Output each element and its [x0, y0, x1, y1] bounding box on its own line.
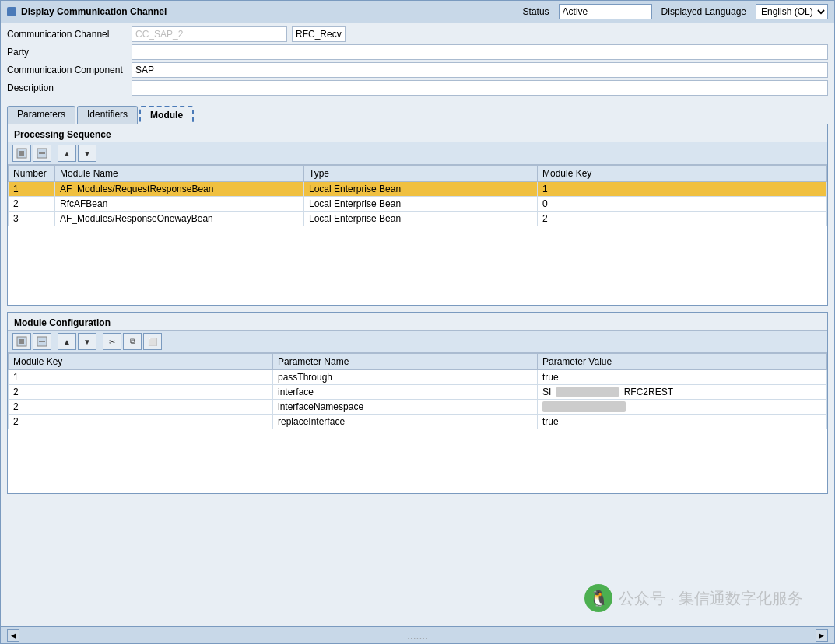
table-row[interactable]: 1 passThrough true	[9, 370, 827, 385]
bottom-dots: .......	[407, 629, 428, 642]
watermark-text: 公众号 · 集信通数字化服务	[619, 588, 803, 609]
lang-label: Displayed Language	[661, 6, 746, 17]
channel-row: Communication Channel CC_SAP_2 RFC_Recv	[7, 26, 828, 42]
ps-up-btn[interactable]: ▲	[58, 145, 76, 162]
component-label: Communication Component	[7, 65, 132, 75]
mc-cell-param-name: interfaceNamespace	[273, 400, 538, 415]
table-row[interactable]: 2 replaceInterface true	[9, 415, 827, 429]
ps-delete-btn[interactable]	[33, 145, 51, 162]
ps-add-btn[interactable]	[12, 145, 31, 162]
ps-cell-name: AF_Modules/ResponseOnewayBean	[55, 212, 304, 226]
status-label: Status	[523, 6, 549, 17]
tab-module[interactable]: Module	[139, 106, 194, 124]
mc-copy-btn[interactable]: ⧉	[123, 333, 142, 350]
title-bar-right: Status Displayed Language English (OL)	[523, 4, 828, 19]
processing-sequence-table: Number Module Name Type Module Key 1 AF_…	[8, 165, 827, 226]
lang-select[interactable]: English (OL)	[756, 4, 828, 19]
mc-cell-key: 2	[9, 415, 273, 429]
ps-col-type: Type	[304, 166, 538, 182]
bottom-bar: ◀ ....... ▶	[1, 626, 834, 643]
ps-cell-key: 0	[538, 197, 827, 212]
table-row[interactable]: 2 interfaceNamespace	[9, 400, 827, 415]
table-row[interactable]: 3 AF_Modules/ResponseOnewayBean Local En…	[9, 212, 827, 226]
module-config-section: Module Configuration ▲ ▼ ✂ ⧉ ⬜ Module Ke…	[7, 312, 828, 494]
module-config-title: Module Configuration	[8, 313, 827, 331]
mc-up-btn[interactable]: ▲	[58, 333, 76, 350]
svg-rect-5	[19, 339, 24, 344]
ps-cell-name: RfcAFBean	[55, 197, 304, 212]
title-bar-left: Display Communication Channel	[7, 6, 167, 17]
nav-left-btn[interactable]: ◀	[7, 629, 19, 642]
mc-col-key: Module Key	[9, 354, 273, 370]
mc-cell-param-name: replaceInterface	[273, 415, 538, 429]
party-label: Party	[7, 47, 132, 58]
mc-cell-param-value: true	[538, 415, 827, 429]
ps-cell-number: 2	[9, 197, 55, 212]
title-bar: Display Communication Channel Status Dis…	[1, 1, 834, 23]
ps-cell-key: 2	[538, 212, 827, 226]
ps-cell-name: AF_Modules/RequestResponseBean	[55, 182, 304, 197]
module-config-table: Module Key Parameter Name Parameter Valu…	[8, 353, 827, 429]
table-row[interactable]: 2 interface SI_ _RFC2REST	[9, 385, 827, 400]
watermark-icon: 🐧	[584, 584, 612, 612]
ps-down-btn[interactable]: ▼	[78, 145, 96, 162]
description-value	[132, 80, 828, 96]
channel-part1: CC_SAP_2	[132, 26, 287, 42]
processing-sequence-table-area: Number Module Name Type Module Key 1 AF_…	[8, 165, 827, 305]
window-icon	[7, 7, 16, 16]
ps-cell-key: 1	[538, 182, 827, 197]
status-input[interactable]	[559, 4, 652, 19]
processing-sequence-section: Processing Sequence ▲ ▼ Number Module Na…	[7, 124, 828, 306]
mc-cell-key: 2	[9, 400, 273, 415]
component-row: Communication Component SAP	[7, 62, 828, 78]
mc-cell-param-name: passThrough	[273, 370, 538, 385]
mc-header-row: Module Key Parameter Name Parameter Valu…	[9, 354, 827, 370]
window-title: Display Communication Channel	[21, 6, 167, 17]
processing-sequence-toolbar: ▲ ▼	[8, 142, 827, 165]
processing-sequence-tbody: 1 AF_Modules/RequestResponseBean Local E…	[9, 182, 827, 226]
ps-header-row: Number Module Name Type Module Key	[9, 166, 827, 182]
module-config-toolbar: ▲ ▼ ✂ ⧉ ⬜	[8, 331, 827, 353]
ps-cell-number: 3	[9, 212, 55, 226]
mc-delete-btn[interactable]	[33, 333, 51, 350]
channel-value-container: CC_SAP_2 RFC_Recv	[132, 26, 828, 42]
party-row: Party	[7, 44, 828, 60]
nav-right-btn[interactable]: ▶	[816, 629, 828, 642]
channel-part2: RFC_Recv	[292, 26, 346, 42]
tab-identifiers[interactable]: Identifiers	[77, 106, 138, 124]
mc-cell-param-name: interface	[273, 385, 538, 400]
mc-cut-btn[interactable]: ✂	[103, 333, 121, 350]
svg-rect-1	[19, 151, 24, 156]
mc-cell-key: 1	[9, 370, 273, 385]
tabs-area: Parameters Identifiers Module	[1, 101, 834, 124]
ps-col-key: Module Key	[538, 166, 827, 182]
module-config-table-area: Module Key Parameter Name Parameter Valu…	[8, 353, 827, 493]
watermark: 🐧 公众号 · 集信通数字化服务	[584, 584, 803, 612]
mc-cell-param-value: true	[538, 370, 827, 385]
channel-label: Communication Channel	[7, 29, 132, 40]
ps-cell-type: Local Enterprise Bean	[304, 212, 538, 226]
table-row[interactable]: 2 RfcAFBean Local Enterprise Bean 0	[9, 197, 827, 212]
ps-col-number: Number	[9, 166, 55, 182]
mc-col-param-name: Parameter Name	[273, 354, 538, 370]
ps-cell-number: 1	[9, 182, 55, 197]
mc-col-param-value: Parameter Value	[538, 354, 827, 370]
mc-paste-btn[interactable]: ⬜	[143, 333, 162, 350]
form-area: Communication Channel CC_SAP_2 RFC_Recv …	[1, 23, 834, 101]
ps-cell-type: Local Enterprise Bean	[304, 182, 538, 197]
ps-col-name: Module Name	[55, 166, 304, 182]
mc-down-btn[interactable]: ▼	[78, 333, 96, 350]
description-label: Description	[7, 82, 132, 93]
mc-cell-param-value	[538, 400, 827, 415]
party-value	[132, 44, 828, 60]
processing-sequence-title: Processing Sequence	[8, 124, 827, 142]
mc-add-btn[interactable]	[12, 333, 31, 350]
table-row[interactable]: 1 AF_Modules/RequestResponseBean Local E…	[9, 182, 827, 197]
component-value: SAP	[132, 62, 828, 78]
mc-cell-key: 2	[9, 385, 273, 400]
description-row: Description	[7, 80, 828, 96]
mc-cell-param-value: SI_ _RFC2REST	[538, 385, 827, 400]
tab-parameters[interactable]: Parameters	[7, 106, 75, 124]
main-window: Display Communication Channel Status Dis…	[0, 0, 835, 644]
ps-cell-type: Local Enterprise Bean	[304, 197, 538, 212]
